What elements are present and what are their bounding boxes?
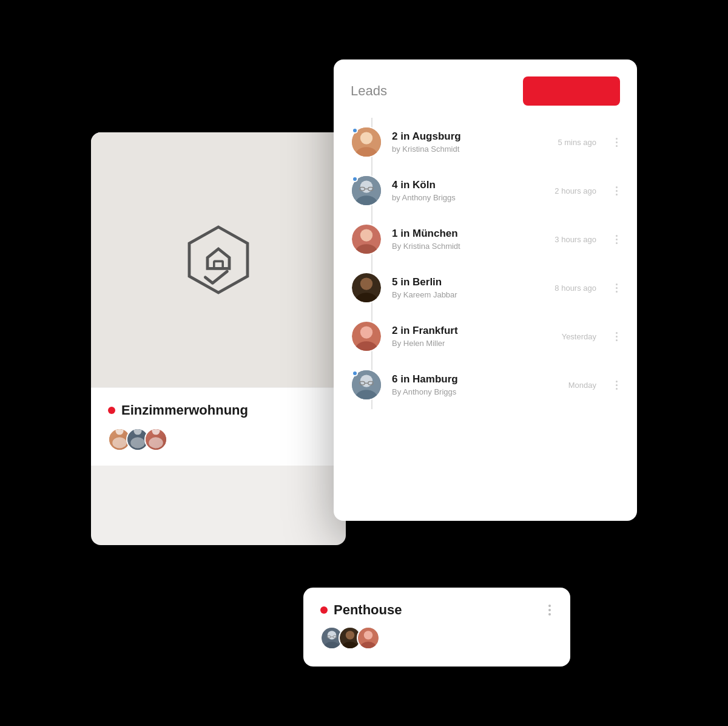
property-name: Penthouse — [334, 602, 402, 618]
lead-agent: By Anthony Briggs — [392, 387, 559, 396]
agent-avatar — [351, 223, 382, 255]
svg-point-8 — [360, 132, 372, 144]
avatar-wrapper — [351, 223, 382, 255]
lead-time: Monday — [568, 381, 596, 390]
more-options-button[interactable] — [613, 184, 620, 198]
kebab-dot — [616, 141, 618, 143]
svg-rect-0 — [214, 261, 223, 268]
leads-list: 2 in Augsburg by Kristina Schmidt 5 mins… — [334, 118, 637, 409]
lead-info: 1 in München By Kristina Schmidt — [392, 228, 545, 251]
lead-item-frankfurt: 2 in Frankfurt By Helen Miller Yesterday — [334, 312, 637, 361]
lead-time: 8 hours ago — [554, 283, 596, 293]
lead-location: 2 in Frankfurt — [392, 325, 552, 337]
kebab-dot — [616, 138, 618, 140]
kebab-dot — [548, 613, 551, 616]
kebab-dot — [616, 332, 618, 334]
status-dot — [108, 407, 115, 414]
kebab-dot — [616, 291, 618, 293]
lead-info: 6 in Hamburg By Anthony Briggs — [392, 373, 559, 396]
agent-avatars — [108, 428, 329, 451]
house-icon — [182, 223, 255, 296]
penthouse-card: Penthouse — [303, 588, 570, 667]
svg-point-20 — [360, 277, 372, 290]
leads-header: Leads — [334, 76, 637, 118]
lead-location: 6 in Hamburg — [392, 373, 559, 385]
lead-item-munchen: 1 in München By Kristina Schmidt 3 hours… — [334, 215, 637, 263]
more-options-button[interactable] — [613, 232, 620, 246]
lead-info: 5 in Berlin By Kareem Jabbar — [392, 276, 545, 299]
lead-info: 2 in Frankfurt By Helen Miller — [392, 325, 552, 348]
leads-title: Leads — [351, 83, 387, 99]
more-options-button[interactable] — [546, 602, 553, 618]
agent-avatar — [351, 272, 382, 304]
lead-time: 2 hours ago — [554, 186, 596, 195]
lead-agent: By Helen Miller — [392, 339, 552, 348]
lead-agent: by Anthony Briggs — [392, 193, 545, 202]
kebab-dot — [548, 605, 551, 607]
avatar-wrapper — [351, 272, 382, 304]
avatar — [144, 428, 167, 451]
kebab-dot — [616, 145, 618, 147]
lead-info: 2 in Augsburg by Kristina Schmidt — [392, 131, 548, 154]
kebab-dot — [616, 287, 618, 289]
new-indicator-dot — [352, 127, 358, 134]
lead-agent: By Kristina Schmidt — [392, 242, 545, 251]
avatar-wrapper — [351, 175, 382, 206]
kebab-dot — [616, 242, 618, 244]
lead-time: Yesterday — [562, 332, 596, 341]
avatar-wrapper — [351, 126, 382, 158]
kebab-dot — [616, 235, 618, 237]
lead-item-berlin: 5 in Berlin By Kareem Jabbar 8 hours ago — [334, 263, 637, 312]
status-dot — [320, 606, 328, 614]
kebab-dot — [616, 194, 618, 195]
svg-point-5 — [152, 429, 160, 435]
lead-item-hamburg: 6 in Hamburg By Anthony Briggs Monday — [334, 361, 637, 409]
leads-card: Leads 2 — [334, 59, 637, 521]
lead-item-koln: 4 in Köln by Anthony Briggs 2 hours ago — [334, 166, 637, 215]
svg-point-41 — [364, 631, 372, 639]
kebab-dot — [616, 388, 618, 390]
kebab-dot — [548, 609, 551, 611]
leads-cta-button[interactable] — [523, 76, 620, 106]
kebab-dot — [616, 186, 618, 188]
svg-point-17 — [360, 229, 372, 241]
avatar-wrapper — [351, 369, 382, 401]
agent-avatar — [351, 321, 382, 352]
agent-avatars — [320, 626, 553, 650]
more-options-button[interactable] — [613, 330, 620, 344]
kebab-dot — [616, 190, 618, 192]
lead-location: 5 in Berlin — [392, 276, 545, 288]
avatar — [357, 626, 380, 650]
kebab-dot — [616, 339, 618, 341]
kebab-dot — [616, 384, 618, 386]
svg-point-6 — [149, 437, 163, 448]
avatar-wrapper — [351, 321, 382, 352]
more-options-button[interactable] — [613, 135, 620, 149]
new-indicator-dot — [352, 370, 358, 376]
lead-time: 3 hours ago — [554, 235, 596, 244]
svg-point-23 — [360, 326, 372, 338]
svg-point-2 — [112, 437, 127, 448]
lead-agent: By Kareem Jabbar — [392, 290, 545, 299]
more-options-button[interactable] — [613, 378, 620, 392]
lead-info: 4 in Köln by Anthony Briggs — [392, 179, 545, 202]
kebab-dot — [616, 381, 618, 382]
lead-agent: by Kristina Schmidt — [392, 144, 548, 154]
einzimmerwohnung-card: Einzimmerwohnung — [91, 132, 346, 545]
kebab-dot — [616, 239, 618, 240]
svg-point-3 — [133, 429, 141, 435]
lead-item-augsburg: 2 in Augsburg by Kristina Schmidt 5 mins… — [334, 118, 637, 166]
svg-point-4 — [130, 437, 145, 448]
card-image — [91, 132, 346, 387]
kebab-dot — [616, 336, 618, 338]
new-indicator-dot — [352, 176, 358, 182]
kebab-dot — [616, 283, 618, 285]
more-options-button[interactable] — [613, 281, 620, 295]
lead-location: 2 in Augsburg — [392, 131, 548, 143]
lead-location: 4 in Köln — [392, 179, 545, 191]
card-footer: Einzimmerwohnung — [91, 387, 346, 466]
svg-point-1 — [115, 429, 123, 435]
lead-location: 1 in München — [392, 228, 545, 240]
property-name: Einzimmerwohnung — [121, 402, 248, 418]
lead-time: 5 mins ago — [558, 138, 596, 147]
